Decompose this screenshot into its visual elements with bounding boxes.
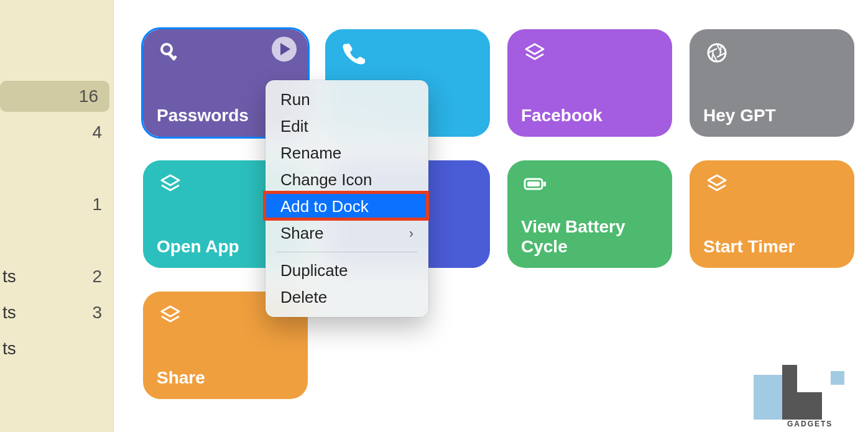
battery-icon — [521, 170, 548, 198]
shortcut-card[interactable]: Facebook — [507, 29, 672, 137]
sidebar-row[interactable]: 4 — [0, 117, 113, 148]
menu-item-share[interactable]: Share› — [265, 220, 428, 247]
sidebar-row[interactable]: 1 — [0, 189, 113, 220]
sidebar-row[interactable]: ts 3 — [0, 297, 113, 328]
menu-item-label: Duplicate — [280, 261, 348, 280]
context-menu: RunEditRenameChange IconAdd to DockShare… — [265, 80, 428, 317]
menu-item-label: Rename — [280, 144, 341, 163]
layers-icon — [703, 170, 731, 198]
layers-icon — [157, 301, 184, 329]
sidebar-label-fragment: ts — [0, 267, 16, 287]
sidebar-row[interactable]: ts 2 — [0, 261, 113, 292]
shortcut-card[interactable]: Start Timer — [690, 160, 854, 268]
menu-item-run[interactable]: Run — [265, 86, 428, 113]
menu-item-rename[interactable]: Rename — [265, 140, 428, 167]
menu-item-label: Edit — [280, 117, 308, 136]
sidebar-count: 2 — [92, 267, 102, 287]
menu-item-label: Change Icon — [280, 170, 372, 190]
shortcut-title: View Battery Cycle — [521, 217, 658, 257]
shortcut-title: Share — [157, 368, 294, 388]
sidebar: 16 4 1 ts 2 ts 3 ts — [0, 0, 114, 432]
chevron-right-icon: › — [409, 226, 413, 242]
menu-item-label: Share — [280, 224, 323, 243]
sidebar-row[interactable]: 16 — [0, 81, 109, 112]
menu-item-label: Add to Dock — [280, 197, 369, 216]
menu-separator — [277, 252, 417, 252]
menu-item-edit[interactable]: Edit — [265, 113, 428, 140]
shortcut-card[interactable]: View Battery Cycle — [507, 160, 672, 268]
sidebar-count: 1 — [92, 195, 102, 214]
key-icon — [157, 39, 184, 67]
menu-item-change-icon[interactable]: Change Icon — [265, 167, 428, 193]
sidebar-count: 16 — [79, 86, 98, 106]
watermark-logo: GADGETS — [754, 365, 859, 427]
menu-item-delete[interactable]: Delete — [265, 284, 428, 311]
shortcut-title: Hey GPT — [703, 106, 841, 126]
layers-icon — [157, 170, 184, 198]
shortcut-card[interactable]: Hey GPT — [690, 29, 854, 137]
aperture-icon — [703, 39, 731, 67]
menu-item-label: Delete — [280, 288, 327, 307]
layers-icon — [521, 39, 548, 67]
sidebar-count: 4 — [92, 122, 102, 142]
menu-item-add-to-dock[interactable]: Add to Dock — [265, 193, 428, 220]
phone-icon — [339, 39, 366, 67]
run-badge-icon[interactable] — [272, 37, 297, 62]
shortcuts-grid-container: PasswordscallerFacebookHey GPTOpen AppVi… — [143, 29, 864, 399]
menu-item-label: Run — [280, 90, 310, 109]
shortcut-title: Start Timer — [703, 237, 841, 257]
shortcut-title: Facebook — [521, 106, 658, 126]
sidebar-count: 3 — [92, 303, 102, 323]
sidebar-label-fragment: ts — [0, 303, 16, 323]
sidebar-label-fragment: ts — [0, 339, 16, 359]
sidebar-row[interactable]: ts — [0, 333, 113, 364]
watermark-text: GADGETS — [787, 420, 833, 428]
menu-item-duplicate[interactable]: Duplicate — [265, 257, 428, 284]
